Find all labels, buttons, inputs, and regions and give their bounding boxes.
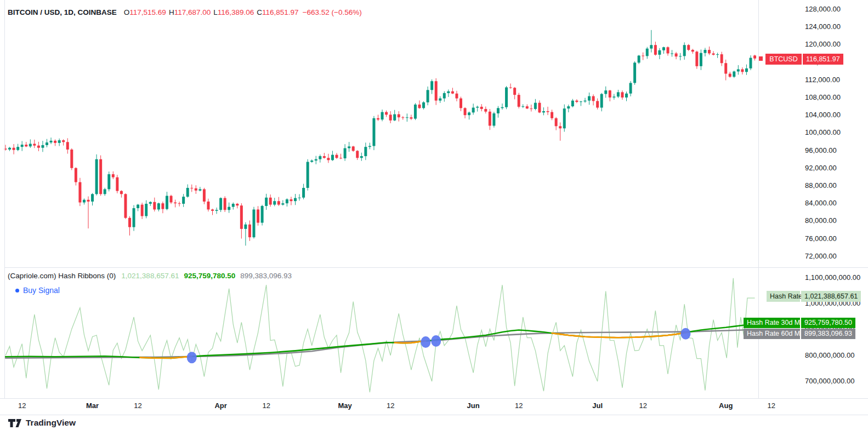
buy-signal-label: Buy Signal [23,286,60,295]
hash-rate-badge-label: Hash Rate [767,291,800,302]
price-axis-label: 92,000.00 [805,164,837,173]
last-price-badge-symbol: BTCUSD [765,54,802,65]
indicator-title[interactable]: (Capriole.com) Hash Ribbons (0) [8,272,116,280]
hash-rate-badge-value: 1,021,388,657.61 [801,291,861,302]
symbol-title[interactable]: BITCOIN / USD, 1D, COINBASE [8,8,117,16]
time-axis-label: Apr [214,401,226,410]
time-axis-label: 12 [18,401,26,410]
price-axis-label: 96,000.00 [805,146,837,155]
price-axis-label: 80,000.00 [805,216,837,225]
indicator-value-30d-ma: 925,759,780.50 [184,272,235,280]
price-axis-label: 108,000.00 [805,93,841,102]
price-axis-label: 104,000.00 [805,111,841,119]
indicator-axis-label: 700,000,000.00 [805,377,854,386]
footer-border [0,415,868,415]
tradingview-logo-icon [8,418,22,428]
tradingview-attribution[interactable]: TradingView [8,418,76,428]
price-axis-label: 88,000.00 [805,181,837,190]
ma60-badge-label: Hash Rate 60d MA [744,329,800,339]
last-price-tick-marker [759,56,763,61]
ohlc-low: L116,389.06 [213,8,254,16]
price-axis-label: 84,000.00 [805,199,837,208]
price-axis-label: 120,000.00 [805,40,841,49]
price-change: −663.52 (−0.56%) [303,8,362,16]
time-axis-label: Aug [719,401,733,410]
time-axis-label: 12 [515,401,523,410]
time-axis-label: 12 [768,401,775,410]
hash-rate-30d-ma-value-badge: Hash Rate 30d MA 925,759,780.50 [744,318,855,328]
ohlc-open: O117,515.69 [124,8,166,16]
time-axis-label: 12 [639,401,646,410]
tradingview-brand-text: TradingView [26,418,76,428]
time-axis-label: Jul [592,401,603,410]
time-scale-border [0,398,868,399]
time-axis-label: 12 [134,401,141,410]
symbol-legend: BITCOIN / USD, 1D, COINBASEO117,515.69H1… [8,8,362,16]
ma30-badge-label: Hash Rate 30d MA [744,318,800,328]
price-axis-label: 76,000.00 [805,234,837,243]
time-axis-label: 12 [387,401,394,410]
indicator-value-60d-ma: 899,383,096.93 [240,272,292,280]
pane-left-border [4,0,5,398]
buy-signal-dot-icon [15,289,19,292]
tradingview-chart-window: BITCOIN / USD, 1D, COINBASEO117,515.69H1… [0,0,868,436]
last-price-badge[interactable]: BTCUSD 116,851.97 [765,54,843,65]
indicator-axis-label: 1,100,000,000.00 [805,273,860,282]
chart-canvas[interactable] [0,0,868,415]
indicator-value-hash-rate: 1,021,388,657.61 [121,272,179,280]
time-axis-label: Jun [467,401,480,410]
hash-rate-value-badge: Hash Rate 1,021,388,657.61 [767,291,861,302]
price-axis-label: 72,000.00 [805,252,837,261]
ma60-badge-value: 899,383,096.93 [801,329,855,339]
time-axis-label: 12 [262,401,270,410]
ohlc-high: H117,687.00 [169,8,211,16]
price-axis-label: 112,000.00 [805,76,840,84]
hash-rate-60d-ma-value-badge: Hash Rate 60d MA 899,383,096.93 [744,329,855,339]
pane-separator[interactable] [4,267,868,268]
price-axis-label: 100,000.00 [805,128,841,137]
ma30-badge-value: 925,759,780.50 [801,318,855,328]
last-price-badge-value: 116,851.97 [803,54,843,65]
price-axis-label: 128,000.00 [805,5,841,14]
indicator-axis-label: 800,000,000.00 [805,351,854,360]
time-axis-label: Mar [86,401,99,410]
buy-signal-legend-item[interactable]: Buy Signal [15,286,60,295]
price-axis-label: 124,000.00 [805,22,841,31]
ohlc-close: C116,851.97 [257,8,298,16]
time-axis-label: May [338,401,351,410]
indicator-legend: (Capriole.com) Hash Ribbons (0)1,021,388… [8,272,292,280]
